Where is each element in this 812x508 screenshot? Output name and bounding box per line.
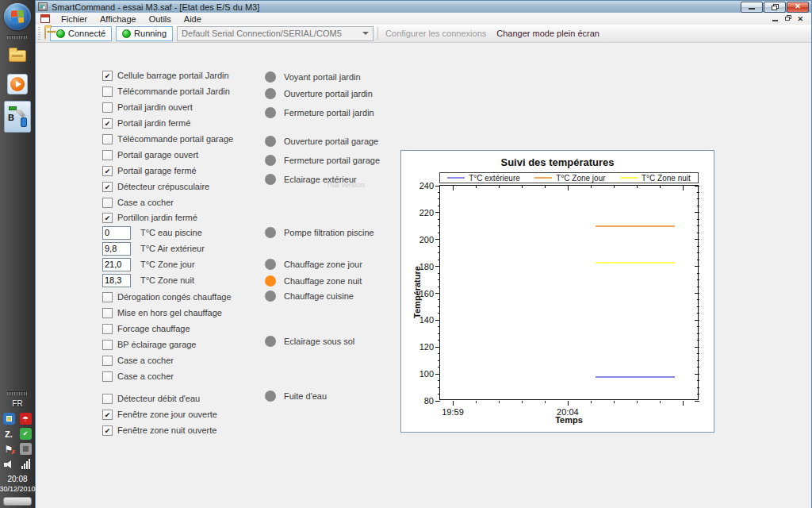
quicklaunch-smartcommand-active[interactable]: B <box>4 101 31 133</box>
show-desktop-button[interactable] <box>3 497 32 506</box>
restore-button[interactable] <box>764 2 786 13</box>
checkbox-checked-icon: ✔ <box>102 182 113 192</box>
field-t-c-eau-piscine[interactable] <box>102 226 131 240</box>
axis-tick <box>568 186 569 190</box>
indicator-label: Fermeture portail jardin <box>284 108 374 117</box>
running-toggle[interactable]: Running <box>116 26 173 41</box>
field-label: T°C Zone jour <box>140 260 195 269</box>
configure-connections-link[interactable]: Configurer les connexions <box>382 29 489 38</box>
axis-tick <box>695 374 699 375</box>
security-shield-icon[interactable]: ✔ <box>20 428 32 440</box>
legend-swatch-icon <box>447 177 465 179</box>
field-row-t-c-air-exterieur: T°C Air extérieur <box>102 241 205 256</box>
field-t-c-zone-jour[interactable] <box>102 258 131 271</box>
title-bar: SmartCommand - essai M3.saf - [Etat des … <box>36 1 811 13</box>
checkbox-checked-icon: ✔ <box>102 71 113 81</box>
quicklaunch-media-player[interactable] <box>4 72 31 96</box>
axis-tick <box>697 306 699 307</box>
indicator-label: Fermeture portail garage <box>284 156 380 165</box>
checkbox-label: Case a cocher <box>117 371 174 381</box>
checkbox-unchecked-icon <box>102 134 113 144</box>
field-t-c-zone-nuit[interactable] <box>102 274 131 287</box>
axis-tick <box>697 287 699 287</box>
checkbox-unchecked-icon <box>102 308 113 318</box>
windows-update-icon[interactable] <box>3 413 15 425</box>
quicklaunch-folder[interactable] <box>4 44 31 67</box>
connection-select[interactable]: Default Serial Connection/SERIAL/COM5 <box>177 26 373 41</box>
network-signal-icon[interactable] <box>20 458 32 470</box>
axis-tick <box>438 252 440 253</box>
indicator-label: Chauffage zone nuit <box>284 276 362 286</box>
checkbox-case-a-cocher-15[interactable]: Case a cocher <box>102 370 174 383</box>
running-label: Running <box>134 29 167 38</box>
menu-affichage[interactable]: Affichage <box>94 14 143 24</box>
smartcommand-icon: B <box>7 105 28 129</box>
checkbox-label: Télécommande portail garage <box>117 134 233 144</box>
checkbox-fenetre-zone-jour-ouverte-17[interactable]: ✔Fenêtre zone jour ouverte <box>102 408 217 421</box>
z-app-icon[interactable]: Z. <box>3 428 15 440</box>
open-file-button[interactable] <box>44 28 46 39</box>
checkbox-telecommande-portail-garage-4[interactable]: Télécommande portail garage <box>102 133 233 145</box>
start-button[interactable] <box>4 3 31 30</box>
menu-aide[interactable]: Aide <box>178 14 208 24</box>
close-button[interactable]: ✕ <box>787 2 809 13</box>
checkbox-bp-eclairage-garage-13[interactable]: BP éclairage garage <box>102 338 196 351</box>
lamp-off-icon <box>265 227 276 238</box>
checkbox-portail-garage-ouvert-5[interactable]: Portail garage ouvert <box>102 148 198 161</box>
mdi-restore-icon[interactable] <box>785 17 790 21</box>
legend-swatch-icon <box>620 177 638 179</box>
axis-tick <box>697 394 699 394</box>
checkbox-label: Détecteur crépusculaire <box>117 182 209 191</box>
mdi-controls: ✕ <box>772 15 808 23</box>
axis-tick <box>438 387 440 388</box>
axis-tick <box>453 401 454 406</box>
checkbox-label: BP éclairage garage <box>117 340 196 349</box>
series-line-t-c-exterieure <box>596 376 675 378</box>
antivirus-icon[interactable]: ☂ <box>20 413 32 425</box>
axis-tick <box>476 401 477 403</box>
checkbox-label: Portail jardin fermé <box>117 118 190 128</box>
menu-fichier[interactable]: Fichier <box>55 14 94 24</box>
checkbox-portail-jardin-ferme-3[interactable]: ✔Portail jardin fermé <box>102 117 190 129</box>
minimize-button[interactable] <box>741 2 763 13</box>
checkbox-portail-garage-ferme-6[interactable]: ✔Portail garage fermé <box>102 164 197 177</box>
mdi-minimize-icon[interactable] <box>772 20 778 21</box>
axis-tick <box>637 186 638 188</box>
checkbox-cellule-barrage-portail-jardin-0[interactable]: ✔Cellule barrage portail Jardin <box>102 69 229 82</box>
checkbox-portillon-jardin-ferme-9[interactable]: ✔Portillon jardin fermé <box>102 211 197 224</box>
caption-buttons: ✕ <box>740 2 809 13</box>
field-label: T°C eau piscine <box>140 228 202 237</box>
axis-tick <box>697 387 699 388</box>
axis-tick <box>545 401 546 403</box>
field-t-c-air-exterieur[interactable] <box>102 242 131 256</box>
axis-tick <box>438 273 440 274</box>
axis-tick <box>438 394 440 394</box>
axis-tick <box>697 225 699 226</box>
checkbox-detecteur-debit-d-eau-16[interactable]: Détecteur débit d'eau <box>102 392 200 405</box>
checkbox-portail-jardin-ouvert-2[interactable]: Portail jardin ouvert <box>102 101 193 114</box>
checkbox-forcage-chauffage-12[interactable]: Forcage chauffage <box>102 322 190 335</box>
restore-icon <box>772 6 777 10</box>
tray-app-icon[interactable] <box>20 443 32 455</box>
axis-tick <box>438 206 440 206</box>
checkbox-fenetre-zone-nuit-ouverte-18[interactable]: ✔Fenêtre zone nuit ouverte <box>102 424 216 437</box>
checkbox-detecteur-crepusculaire-7[interactable]: ✔Détecteur crépusculaire <box>102 180 209 193</box>
axis-tick <box>435 186 440 187</box>
menu-outils[interactable]: Outils <box>143 14 178 24</box>
volume-icon[interactable] <box>3 458 15 470</box>
connected-status-icon <box>56 29 65 38</box>
checkbox-derogation-conges-chauffage-10[interactable]: Dérogation congés chauffage <box>102 291 232 303</box>
language-indicator[interactable]: FR <box>12 399 22 408</box>
checkbox-case-a-cocher-8[interactable]: Case a cocher <box>102 196 174 209</box>
y-tick-label: 80 <box>410 396 434 406</box>
checkbox-mise-en-hors-gel-chauffage-11[interactable]: Mise en hors gel chauffage <box>102 306 222 319</box>
checkbox-telecommande-portail-jardin-1[interactable]: Télécommande portail Jardin <box>102 85 230 98</box>
mdi-close-icon[interactable]: ✕ <box>797 15 803 23</box>
action-center-flag-icon[interactable]: ⚑✗ <box>3 443 15 455</box>
checkbox-unchecked-icon <box>102 324 113 334</box>
lamp-off-icon <box>265 174 276 185</box>
fullscreen-mode-link[interactable]: Changer mode plein écran <box>493 29 603 38</box>
checkbox-case-a-cocher-14[interactable]: Case a cocher <box>102 354 174 367</box>
taskbar-clock[interactable]: 20:08 30/12/2010 <box>0 475 36 493</box>
connected-toggle[interactable]: Connecté <box>50 26 112 41</box>
